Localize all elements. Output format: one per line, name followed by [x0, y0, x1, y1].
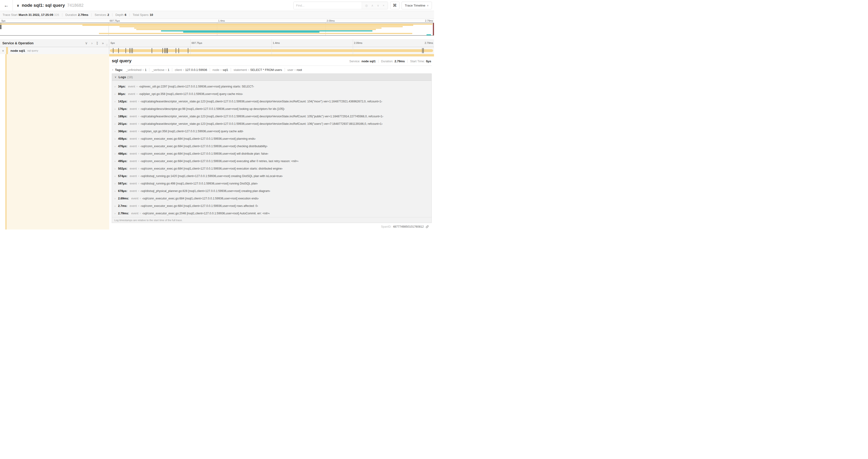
- log-chevron-right-icon[interactable]: ›: [115, 190, 118, 192]
- double-chevron-right-icon[interactable]: »: [102, 41, 104, 45]
- log-chevron-right-icon[interactable]: ›: [115, 130, 118, 133]
- summary-value: March 31 2022, 17:25:09: [19, 13, 53, 17]
- link-icon[interactable]: [426, 225, 429, 228]
- locate-icon[interactable]: ◎: [365, 4, 368, 7]
- log-row[interactable]: ›459μs:event=‹sql/conn_executor_exec.go:…: [112, 135, 431, 142]
- meta-value: 2.79ms: [395, 60, 405, 63]
- log-row[interactable]: ›142μs:event=‹sql/catalog/lease/descript…: [112, 98, 431, 105]
- logs-header[interactable]: ∨ Logs (18): [112, 74, 431, 81]
- log-field-key: event: [130, 107, 137, 110]
- next-result-icon[interactable]: ∨: [377, 4, 379, 7]
- log-chevron-right-icon[interactable]: ›: [115, 197, 118, 200]
- tag-equals: =: [165, 69, 166, 71]
- log-field-key: event: [131, 197, 138, 200]
- log-value: ‹sql/conn_executor_exec.go:684 [nsql1,cl…: [141, 144, 268, 148]
- log-chevron-right-icon[interactable]: ›: [115, 175, 118, 177]
- prev-result-icon[interactable]: ∧: [371, 4, 374, 7]
- minimap-span-bar: [99, 33, 412, 34]
- span-name-cell[interactable]: ∨ node sql1 sql query: [0, 47, 109, 54]
- detail-meta: Service:node sql1Duration:2.79msStart Ti…: [349, 60, 432, 63]
- log-row[interactable]: ›201μs:event=‹sql/catalog/lease/descript…: [112, 120, 431, 128]
- log-row[interactable]: ›678μs:event=‹sql/distsql_physical_plann…: [112, 187, 431, 195]
- log-chevron-right-icon[interactable]: ›: [115, 107, 118, 110]
- log-row[interactable]: ›80μs:event=‹sql/plan_opt.go:358 [nsql1,…: [112, 90, 431, 98]
- log-row[interactable]: ›189μs:event=‹sql/catalog/lease/descript…: [112, 113, 431, 120]
- column-resizer-grip[interactable]: ||: [106, 44, 108, 46]
- clear-find-icon[interactable]: ×: [383, 4, 384, 7]
- tags-label: Tags:: [115, 68, 123, 72]
- span-bar-cell[interactable]: [109, 47, 434, 54]
- tag-equals: =: [220, 69, 222, 71]
- span-collapse-chevron-down-icon[interactable]: ∨: [2, 49, 4, 52]
- tag-value: SELECT * FROM users: [250, 68, 282, 72]
- log-timestamp: 597μs:: [118, 182, 127, 185]
- log-row[interactable]: ›176μs:event=‹sql/catalog/descs/descript…: [112, 105, 431, 113]
- log-row[interactable]: ›502μs:event=‹sql/conn_executor_exec.go:…: [112, 165, 431, 172]
- log-timestamp: 459μs:: [118, 137, 127, 140]
- log-chevron-right-icon[interactable]: ›: [115, 85, 118, 88]
- summary-value: 2.79ms: [78, 13, 88, 17]
- log-row[interactable]: ›486μs:event=‹sql/conn_executor_exec.go:…: [112, 150, 431, 157]
- log-chevron-right-icon[interactable]: ›: [115, 152, 118, 155]
- tag-divider: [231, 68, 231, 72]
- back-button[interactable]: ←: [0, 0, 13, 11]
- minimap-span-bar: [134, 28, 381, 29]
- log-chevron-right-icon[interactable]: ›: [115, 93, 118, 95]
- log-row[interactable]: ›2.69ms:event=‹sql/conn_executor_exec.go…: [112, 195, 431, 202]
- keyboard-shortcuts-button[interactable]: ⌘: [390, 2, 400, 9]
- log-marker: [131, 48, 131, 53]
- minimap-canvas[interactable]: [0, 23, 434, 36]
- timeline-gridline: [272, 47, 272, 54]
- log-row[interactable]: ›597μs:event=‹sql/distsql_running.go:498…: [112, 180, 431, 187]
- log-chevron-right-icon[interactable]: ›: [115, 182, 118, 185]
- log-chevron-right-icon[interactable]: ›: [115, 204, 118, 207]
- log-row[interactable]: ›574μs:event=‹sql/distsql_running.go:142…: [112, 172, 431, 180]
- log-row[interactable]: ›476μs:event=‹sql/conn_executor_exec.go:…: [112, 142, 431, 150]
- log-chevron-right-icon[interactable]: ›: [115, 145, 118, 147]
- log-row[interactable]: ›2.7ms:event=‹sql/conn_executor_exec.go:…: [112, 202, 431, 210]
- log-chevron-right-icon[interactable]: ›: [115, 160, 118, 163]
- logs-section: ∨ Logs (18) ›34μs:event=‹sql/exec_util.g…: [112, 73, 432, 223]
- log-field-key: event: [131, 212, 138, 215]
- meta-divider: [378, 60, 378, 63]
- log-timestamp: 80μs:: [118, 92, 126, 96]
- spanid-value: 4877749850101760812: [393, 225, 424, 228]
- logs-count: (18): [127, 75, 133, 79]
- log-row[interactable]: ›366μs:event=‹sql/plan_opt.go:358 [nsql1…: [112, 128, 431, 135]
- double-chevron-down-icon[interactable]: ∨∨: [96, 41, 98, 45]
- page-title: node sql1: sql query: [22, 3, 65, 8]
- logs-footer-note: Log timestamps are relative to the start…: [112, 217, 431, 223]
- find-input[interactable]: [293, 2, 362, 9]
- tags-list: _unfinished=1_verbose=1client=127.0.0.1:…: [126, 68, 302, 72]
- log-chevron-right-icon[interactable]: ›: [115, 212, 118, 215]
- summary-label: Services: [95, 13, 106, 17]
- detail-indent-column: [0, 54, 109, 230]
- span-row: ∨ node sql1 sql query: [0, 47, 434, 54]
- log-chevron-right-icon[interactable]: ›: [115, 115, 118, 118]
- log-chevron-right-icon[interactable]: ›: [115, 167, 118, 170]
- log-field-key: event: [130, 130, 137, 133]
- view-select-button[interactable]: Trace Timeline ∨: [402, 2, 432, 9]
- log-timestamp: 2.69ms:: [118, 197, 129, 200]
- timeline-tick-label: 1.4ms: [218, 19, 225, 22]
- log-chevron-right-icon[interactable]: ›: [115, 100, 118, 103]
- minimap-span-bar: [82, 25, 413, 26]
- log-value: ‹sql/conn_executor_exec.go:684 [nsql1,cl…: [141, 137, 255, 140]
- summary-value: 2: [107, 13, 109, 17]
- log-marker: [129, 48, 130, 53]
- log-equals: =: [138, 130, 139, 133]
- chevron-right-icon[interactable]: ›: [91, 41, 93, 45]
- log-timestamp: 476μs:: [118, 144, 127, 148]
- tags-chevron-right-icon[interactable]: ›: [112, 68, 113, 71]
- tag-divider: [172, 68, 172, 72]
- log-row[interactable]: ›34μs:event=‹sql/exec_util.go:2297 [nsql…: [112, 83, 431, 90]
- log-chevron-right-icon[interactable]: ›: [115, 123, 118, 125]
- log-row[interactable]: ›2.79ms:event=‹sql/conn_executor_exec.go…: [112, 210, 431, 217]
- log-value: ‹sql/conn_executor_exec.go:684 [nsql1,cl…: [141, 204, 258, 207]
- log-chevron-right-icon[interactable]: ›: [115, 137, 118, 140]
- tags-row[interactable]: › Tags: _unfinished=1_verbose=1client=12…: [112, 66, 432, 73]
- title-chevron-down-icon[interactable]: ∨: [17, 3, 19, 8]
- chevron-down-icon[interactable]: ∨: [85, 41, 88, 45]
- log-row[interactable]: ›495μs:event=‹sql/conn_executor_exec.go:…: [112, 157, 431, 165]
- minimap-right-scrubber[interactable]: [433, 23, 434, 35]
